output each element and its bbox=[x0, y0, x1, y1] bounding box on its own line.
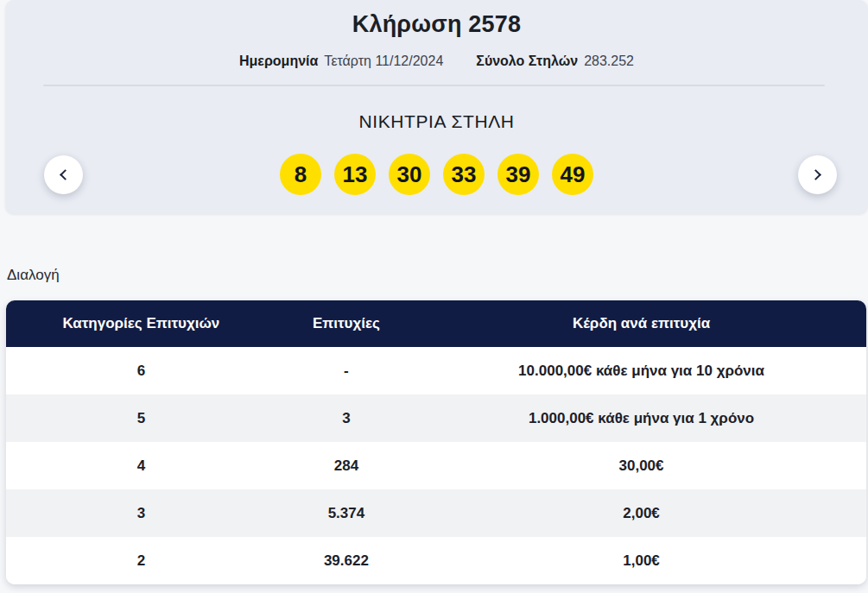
prize-table: Κατηγορίες Επιτυχιών Επιτυχίες Κέρδη ανά… bbox=[6, 300, 866, 584]
prize-cell: 2,00€ bbox=[416, 505, 866, 522]
draw-panel: Κλήρωση 2578 ΗμερομηνίαΤετάρτη 11/12/202… bbox=[5, 0, 868, 214]
panel-divider bbox=[43, 85, 825, 86]
winning-numbers: 8 13 30 33 39 49 bbox=[5, 154, 868, 195]
winning-number-ball: 13 bbox=[334, 154, 376, 195]
winners-cell: 3 bbox=[276, 410, 416, 427]
winning-column-heading: ΝΙΚΗΤΡΙΑ ΣΤΗΛΗ bbox=[5, 111, 868, 132]
chevron-left-icon bbox=[60, 169, 71, 180]
table-row: 2 39.622 1,00€ bbox=[6, 537, 866, 584]
category-cell: 6 bbox=[6, 363, 276, 380]
previous-draw-button[interactable] bbox=[44, 155, 83, 194]
table-row: 4 284 30,00€ bbox=[6, 442, 866, 489]
date-label: Ημερομηνία bbox=[239, 54, 318, 68]
winning-number-ball: 49 bbox=[552, 154, 593, 195]
category-cell: 3 bbox=[6, 505, 276, 522]
winning-number-ball: 33 bbox=[443, 154, 485, 195]
category-cell: 5 bbox=[6, 410, 276, 427]
header-winners: Επιτυχίες bbox=[276, 315, 416, 332]
columns-label: Σύνολο Στηλών bbox=[476, 54, 578, 68]
draw-meta: ΗμερομηνίαΤετάρτη 11/12/2024 Σύνολο Στηλ… bbox=[5, 54, 868, 69]
date-value: Τετάρτη 11/12/2024 bbox=[324, 54, 443, 68]
columns-value: 283.252 bbox=[584, 54, 634, 68]
draw-title: Κλήρωση 2578 bbox=[5, 11, 868, 38]
prize-cell: 30,00€ bbox=[416, 457, 866, 475]
prize-cell: 1.000,00€ κάθε μήνα για 1 χρόνο bbox=[416, 410, 866, 427]
chevron-right-icon bbox=[810, 169, 821, 180]
header-prize-per-win: Κέρδη ανά επιτυχία bbox=[416, 315, 866, 332]
winning-number-ball: 30 bbox=[389, 154, 430, 195]
winners-cell: 284 bbox=[276, 457, 416, 475]
table-row: 6 - 10.000,00€ κάθε μήνα για 10 χρόνια bbox=[6, 347, 866, 394]
draw-columns-total: Σύνολο Στηλών283.252 bbox=[476, 54, 634, 69]
winning-number-ball: 8 bbox=[280, 154, 321, 195]
prize-cell: 1,00€ bbox=[416, 552, 866, 570]
winners-cell: 5.374 bbox=[276, 505, 416, 522]
prize-table-header: Κατηγορίες Επιτυχιών Επιτυχίες Κέρδη ανά… bbox=[6, 300, 866, 347]
winners-cell: - bbox=[276, 363, 416, 380]
winners-cell: 39.622 bbox=[276, 552, 416, 570]
category-cell: 2 bbox=[6, 552, 276, 570]
prize-cell: 10.000,00€ κάθε μήνα για 10 χρόνια bbox=[416, 363, 866, 380]
draw-date: ΗμερομηνίαΤετάρτη 11/12/2024 bbox=[239, 54, 443, 69]
table-row: 5 3 1.000,00€ κάθε μήνα για 1 χρόνο bbox=[6, 394, 866, 442]
table-row: 3 5.374 2,00€ bbox=[6, 489, 866, 537]
category-cell: 4 bbox=[6, 457, 276, 475]
results-section-label: Διαλογή bbox=[7, 267, 60, 284]
next-draw-button[interactable] bbox=[798, 155, 837, 194]
header-categories: Κατηγορίες Επιτυχιών bbox=[6, 315, 276, 332]
winning-number-ball: 39 bbox=[497, 154, 539, 195]
